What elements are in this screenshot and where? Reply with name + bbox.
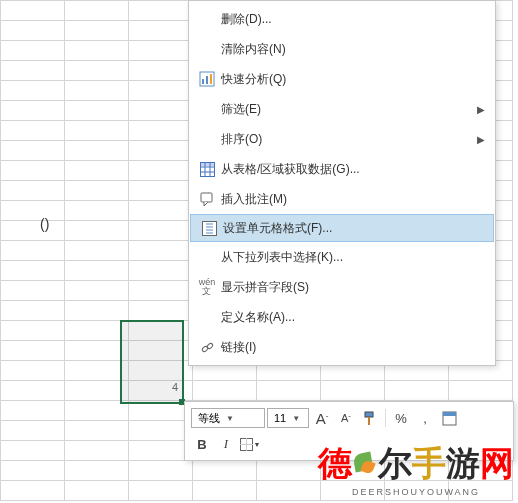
menu-clear-contents[interactable]: 清除内容(N) [189,34,495,64]
font-name-value: 等线 [198,411,220,426]
selection-count-label: 4 [172,381,178,393]
svg-rect-19 [365,412,373,417]
font-name-combo[interactable]: 等线 ▼ [191,408,265,428]
increase-font-button[interactable]: Aˆ [311,407,333,429]
menu-define-name[interactable]: 定义名称(A)... [189,302,495,332]
table-icon [193,162,221,177]
font-size-value: 11 [274,412,286,424]
menu-quick-analysis[interactable]: 快速分析(Q) [189,64,495,94]
watermark-domain: DEERSHOUYOUWANG [352,487,480,497]
submenu-arrow-icon: ▶ [477,134,485,145]
menu-insert-comment[interactable]: + 插入批注(M) [189,184,495,214]
format-cells-icon [195,221,223,236]
cell-content: () [40,216,49,232]
menu-label: 快速分析(Q) [221,71,475,88]
watermark-char: 德 [318,441,352,487]
submenu-arrow-icon: ▶ [477,104,485,115]
cell-styles-button[interactable] [438,407,460,429]
menu-link[interactable]: 链接(I) [189,332,495,362]
svg-rect-1 [202,79,204,84]
link-icon [193,340,221,355]
menu-label: 插入批注(M) [221,191,475,208]
watermark-char: 网 [480,441,514,487]
menu-label: 删除(D)... [221,11,475,28]
pinyin-icon: wén文 [193,278,221,296]
watermark-char: 手 [412,441,446,487]
menu-filter[interactable]: 筛选(E) ▶ [189,94,495,124]
italic-button[interactable]: I [215,433,237,455]
menu-sort[interactable]: 排序(O) ▶ [189,124,495,154]
context-menu: 删除(D)... 清除内容(N) 快速分析(Q) 筛选(E) ▶ 排序(O) ▶… [188,0,496,366]
menu-label: 定义名称(A)... [221,309,475,326]
decrease-font-button[interactable]: Aˇ [335,407,357,429]
menu-label: 从下拉列表中选择(K)... [221,249,475,266]
chevron-down-icon: ▼ [292,414,300,423]
quick-analysis-icon [193,71,221,87]
menu-label: 从表格/区域获取数据(G)... [221,161,475,178]
menu-label: 排序(O) [221,131,475,148]
menu-pick-from-dropdown[interactable]: 从下拉列表中选择(K)... [189,242,495,272]
comma-button[interactable]: , [414,407,436,429]
menu-get-data-from-table[interactable]: 从表格/区域获取数据(G)... [189,154,495,184]
svg-text:+: + [206,192,211,196]
svg-rect-9 [200,162,215,166]
leaf-icon [352,451,378,477]
svg-rect-3 [210,74,212,84]
menu-label: 筛选(E) [221,101,475,118]
watermark-char: 尔 [378,441,412,487]
border-button[interactable]: ▼ [239,433,261,455]
svg-rect-22 [443,412,456,416]
chevron-down-icon: ▼ [254,441,261,448]
menu-show-pinyin[interactable]: wén文 显示拼音字段(S) [189,272,495,302]
menu-label: 清除内容(N) [221,41,475,58]
chevron-down-icon: ▼ [226,414,234,423]
menu-format-cells[interactable]: 设置单元格格式(F)... [190,214,494,242]
percent-button[interactable]: % [390,407,412,429]
bold-button[interactable]: B [191,433,213,455]
comment-icon: + [193,192,221,207]
watermark-char: 游 [446,441,480,487]
menu-label: 显示拼音字段(S) [221,279,475,296]
watermark-logo: 德 尔 手 游 网 DEERSHOUYOUWANG [318,441,514,497]
font-size-combo[interactable]: 11 ▼ [267,408,309,428]
svg-rect-2 [206,76,208,84]
format-painter-button[interactable] [359,407,381,429]
svg-point-18 [206,342,213,349]
menu-delete[interactable]: 删除(D)... [189,4,495,34]
separator [385,409,386,427]
svg-rect-20 [368,417,370,425]
menu-label: 链接(I) [221,339,475,356]
menu-label: 设置单元格格式(F)... [223,220,473,237]
